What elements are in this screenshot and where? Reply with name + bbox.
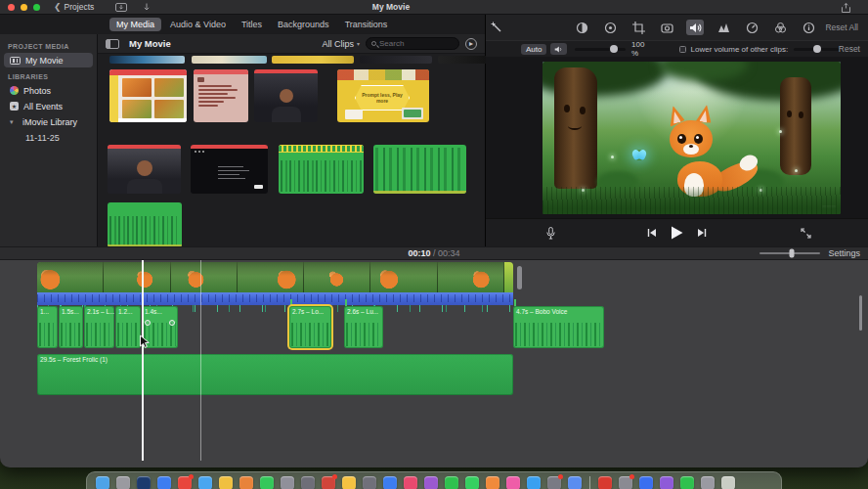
search-input[interactable] <box>379 39 454 48</box>
media-thumbnail-partial[interactable] <box>272 56 354 64</box>
dock-app-icon[interactable] <box>96 476 109 489</box>
dock-app-icon[interactable] <box>547 476 561 489</box>
tab-audio-video[interactable]: Audio & Video <box>163 18 233 31</box>
dock-app-icon[interactable] <box>116 476 130 489</box>
volume-icon[interactable] <box>686 20 704 35</box>
speed-icon[interactable] <box>743 20 760 35</box>
dock-app-icon[interactable] <box>721 476 735 489</box>
sidebar-item-library-date[interactable]: 11-11-25 <box>4 130 93 145</box>
dock-app-icon[interactable] <box>568 476 582 489</box>
timeline-video-clip[interactable] <box>37 262 513 312</box>
dock-app-icon[interactable] <box>486 476 499 489</box>
close-window-button[interactable] <box>8 4 15 11</box>
back-to-projects-button[interactable]: ❮ Projects <box>54 2 94 12</box>
dock-app-icon[interactable] <box>219 476 233 489</box>
sidebar-item-all-events[interactable]: ★ All Events <box>4 99 93 113</box>
reset-all-button[interactable]: Reset All <box>825 22 858 32</box>
media-thumbnail-audio-selected[interactable] <box>279 145 364 194</box>
media-thumbnail-notes[interactable] <box>194 69 248 122</box>
timeline-audio-clip[interactable]: 1.5s... <box>59 306 83 348</box>
info-icon[interactable] <box>800 20 817 35</box>
skip-forward-icon[interactable] <box>697 228 707 238</box>
timeline-audio-clip[interactable]: 2.1s – L... <box>84 306 114 348</box>
media-thumbnail-screen-recording[interactable] <box>191 145 268 194</box>
clip-trim-handle[interactable] <box>517 266 522 289</box>
volume-slider[interactable] <box>575 48 626 51</box>
skip-back-icon[interactable] <box>647 228 657 238</box>
dock-app-icon[interactable] <box>363 476 376 489</box>
preview-frame[interactable] <box>542 62 841 214</box>
auto-volume-button[interactable]: Auto <box>521 44 546 55</box>
mute-button[interactable] <box>550 43 567 55</box>
chevron-down-icon[interactable]: ▾ <box>10 118 18 126</box>
dock-app-icon[interactable] <box>701 476 715 489</box>
effects-icon[interactable] <box>771 20 789 35</box>
fullscreen-icon[interactable] <box>801 228 811 239</box>
dock-app-icon[interactable] <box>506 476 520 489</box>
dock-app-icon[interactable] <box>527 476 541 489</box>
dock-app-icon[interactable] <box>680 476 694 489</box>
dock-app-icon[interactable] <box>424 476 438 489</box>
sidebar-item-photos[interactable]: Photos <box>4 83 93 98</box>
dock-app-icon[interactable] <box>445 476 458 489</box>
media-thumbnail-partial[interactable] <box>192 56 267 64</box>
media-thumbnail-audio[interactable] <box>373 145 466 194</box>
timeline-audio-clip[interactable]: 1... <box>37 306 58 348</box>
tab-backgrounds[interactable]: Backgrounds <box>271 18 336 31</box>
zoom-window-button[interactable] <box>33 4 40 11</box>
playhead[interactable] <box>142 260 144 461</box>
dock-app-icon[interactable] <box>404 476 417 489</box>
crop-icon[interactable] <box>629 20 647 35</box>
dock-app-icon[interactable] <box>598 476 612 489</box>
sidebar-item-my-movie[interactable]: My Movie <box>4 53 93 67</box>
dock-app-icon[interactable] <box>239 476 253 489</box>
media-thumbnail-fox-grid[interactable] <box>109 69 187 122</box>
lower-volume-checkbox[interactable] <box>679 46 686 53</box>
lower-volume-slider[interactable] <box>794 48 839 51</box>
stabilization-icon[interactable] <box>658 20 675 35</box>
dock-app-icon[interactable] <box>198 476 212 489</box>
color-correction-icon[interactable] <box>601 20 619 35</box>
media-thumbnail-audio[interactable] <box>108 202 182 247</box>
dock-app-icon[interactable] <box>260 476 274 489</box>
dock-app-icon[interactable] <box>619 476 632 489</box>
settings-button[interactable]: Settings <box>828 248 860 258</box>
noise-reduction-icon[interactable] <box>715 20 732 35</box>
share-icon[interactable] <box>842 3 850 13</box>
timeline-audio-clip[interactable]: 2.7s – Lo... <box>289 306 331 348</box>
dock-app-icon[interactable] <box>178 476 192 489</box>
download-arrow-icon[interactable] <box>143 3 151 12</box>
dock-app-icon[interactable] <box>660 476 673 489</box>
sidebar-toggle-icon[interactable] <box>106 39 119 49</box>
timeline-music-clip[interactable]: 29.5s – Forest Frolic (1) <box>37 354 513 395</box>
sidebar-item-imovie-library[interactable]: ▾ iMovie Library <box>4 114 93 129</box>
fade-handle[interactable] <box>169 320 175 326</box>
media-thumbnail-partial[interactable] <box>360 56 432 64</box>
tab-titles[interactable]: Titles <box>235 18 269 31</box>
import-media-icon[interactable] <box>115 3 127 12</box>
timeline-scrollbar[interactable] <box>859 295 862 331</box>
dock-app-icon[interactable] <box>137 476 151 489</box>
dock-app-icon[interactable] <box>281 476 294 489</box>
reset-button[interactable]: Reset <box>839 44 860 54</box>
dock-app-icon[interactable] <box>639 476 653 489</box>
browser-play-icon[interactable]: ▸ <box>465 38 477 50</box>
color-balance-icon[interactable] <box>573 20 590 35</box>
timeline-audio-clip[interactable]: 2.6s – Lu... <box>344 306 383 348</box>
timeline-audio-clip[interactable]: 1.2... <box>115 306 141 348</box>
minimize-window-button[interactable] <box>21 4 27 11</box>
media-thumbnail-webcam[interactable] <box>254 69 318 122</box>
dock-app-icon[interactable] <box>157 476 171 489</box>
clips-filter-dropdown[interactable]: All Clips ▾ <box>322 39 360 49</box>
enhance-wand-icon[interactable] <box>491 22 502 33</box>
tab-my-media[interactable]: My Media <box>109 18 161 31</box>
dock-app-icon[interactable] <box>342 476 356 489</box>
media-thumbnail-partial[interactable] <box>109 56 185 64</box>
timeline-audio-clip[interactable]: 4.7s – Bobo Voice <box>513 306 604 348</box>
media-thumbnail-slide[interactable]: Prompt less, Play more <box>337 69 429 122</box>
fade-handle[interactable] <box>145 320 151 326</box>
dock-app-icon[interactable] <box>301 476 315 489</box>
tab-transitions[interactable]: Transitions <box>338 18 395 31</box>
media-thumbnail-webcam[interactable] <box>108 145 181 194</box>
timeline-zoom-slider[interactable] <box>760 252 820 254</box>
